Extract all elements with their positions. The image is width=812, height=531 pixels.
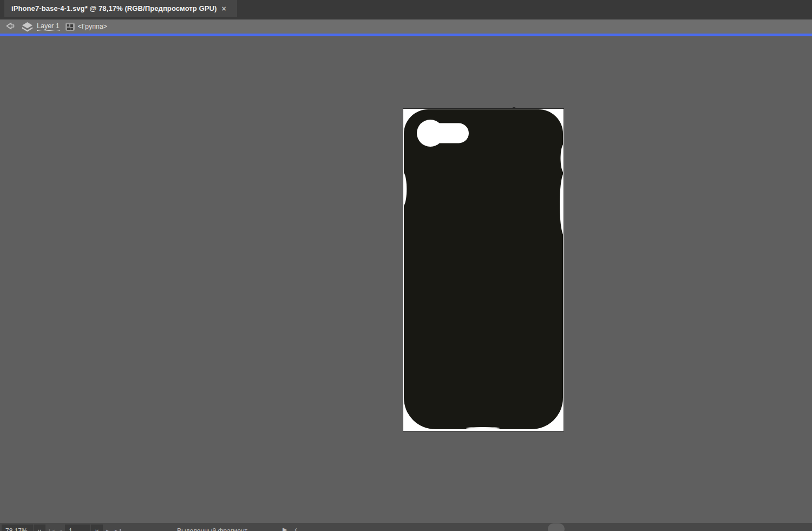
status-display: Выделенный фрагмент: [158, 525, 266, 531]
scrollbar-left-button[interactable]: ‹: [294, 525, 297, 531]
back-arrow-button[interactable]: [4, 21, 15, 32]
phone-case-shape[interactable]: [404, 109, 563, 429]
document-tab-title: iPhone7-base-4-1.svg* @ 78,17% (RGB/Пред…: [11, 4, 217, 12]
zoom-dropdown-button[interactable]: ∨: [33, 525, 45, 531]
bottom-port-slit: [466, 427, 500, 429]
breadcrumb-item-layer[interactable]: Layer 1: [37, 22, 60, 31]
status-menu-button[interactable]: ▶: [283, 526, 287, 531]
group-thumbnail-icon: [66, 23, 75, 31]
prev-artboard-button[interactable]: ◀: [58, 525, 62, 531]
horizontal-scrollbar-thumb[interactable]: [548, 523, 565, 531]
chevron-down-icon: ∨: [95, 528, 99, 531]
menu-arrow-icon: ▶: [283, 526, 287, 531]
status-bar: 78,17% ∨ ◀ ◀ 1 ∨ ▶ ▶ Выделенный фрагмент…: [0, 523, 812, 531]
breadcrumb-bar: Layer 1 <Группа>: [0, 19, 812, 34]
artboard-dropdown-button[interactable]: ∨: [90, 525, 103, 531]
next-artboard-button[interactable]: ▶: [106, 525, 110, 531]
document-tab-bar: iPhone7-base-4-1.svg* @ 78,17% (RGB/Пред…: [0, 0, 812, 19]
breadcrumb-item-group: <Группа>: [78, 23, 107, 30]
last-artboard-button[interactable]: ▶: [115, 525, 121, 531]
artboard[interactable]: [403, 108, 564, 431]
chevron-down-icon: ∨: [37, 528, 42, 531]
scroll-left-icon: ‹: [294, 525, 297, 531]
artboard-number-field[interactable]: 1: [65, 527, 90, 531]
next-artboard-icon: ▶: [106, 528, 110, 531]
camera-cutout-pill: [428, 123, 469, 143]
document-tab[interactable]: iPhone7-base-4-1.svg* @ 78,17% (RGB/Пред…: [4, 0, 237, 17]
first-artboard-button[interactable]: ◀: [49, 525, 55, 531]
zoom-combo: 78,17% ∨: [2, 525, 45, 531]
layers-icon[interactable]: [22, 22, 33, 32]
close-icon[interactable]: ×: [222, 5, 226, 12]
illustrator-window: iPhone7-base-4-1.svg* @ 78,17% (RGB/Пред…: [0, 0, 812, 531]
prev-artboard-icon: ◀: [58, 528, 62, 531]
zoom-level-field[interactable]: 78,17%: [2, 527, 33, 531]
canvas[interactable]: [0, 36, 812, 523]
artboard-combo: 1 ∨: [65, 525, 103, 531]
last-artboard-icon: [120, 529, 121, 531]
first-artboard-icon: [49, 529, 50, 531]
back-arrow-icon: [4, 21, 15, 32]
